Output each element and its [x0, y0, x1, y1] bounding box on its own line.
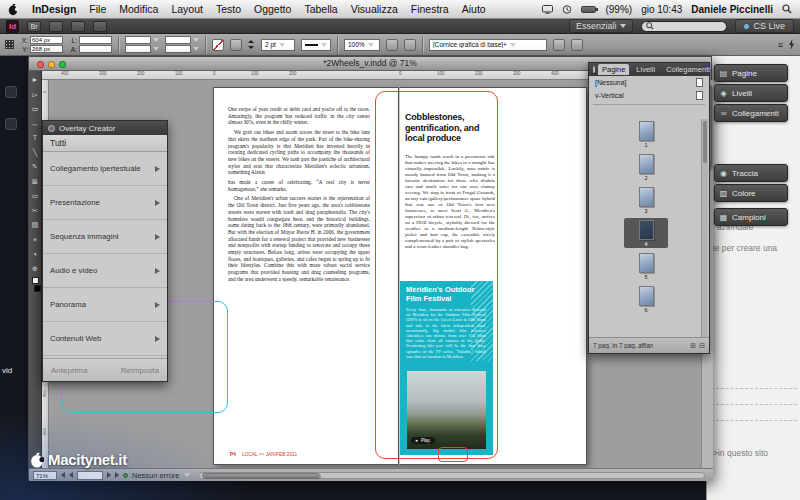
y-position-field[interactable]: 268 px: [30, 45, 63, 53]
scale-y-field[interactable]: [125, 45, 151, 53]
shear-field[interactable]: [165, 45, 191, 53]
desktop-icon[interactable]: [5, 118, 17, 130]
menu-item-testo[interactable]: Testo: [216, 3, 241, 15]
spread-left-page[interactable]: One swipe of your credit or debit card a…: [213, 87, 399, 465]
chevron-down-icon[interactable]: [193, 38, 199, 42]
next-page-arrow[interactable]: [107, 472, 111, 478]
battery-icon[interactable]: [581, 6, 596, 13]
preflight-status[interactable]: Nessun errore: [132, 471, 180, 480]
scrollbar-thumb[interactable]: [703, 121, 707, 163]
desktop-icon[interactable]: [5, 86, 17, 98]
pen-tool-icon[interactable]: ✎: [30, 161, 41, 172]
dock-button-campioni[interactable]: ▦Campioni: [714, 208, 788, 226]
previous-page-arrow[interactable]: [69, 472, 73, 478]
display-status-icon[interactable]: [542, 5, 553, 14]
red-object-frame[interactable]: [375, 91, 498, 459]
frame-tool-icon[interactable]: ⊠: [30, 176, 41, 187]
scale-x-field[interactable]: [125, 36, 151, 44]
close-button[interactable]: [37, 61, 44, 68]
menu-item-layout[interactable]: Layout: [171, 3, 203, 15]
chevron-down-icon[interactable]: [153, 47, 159, 51]
cs-live-button[interactable]: CS Live: [735, 19, 794, 33]
screen-mode-icon[interactable]: [71, 21, 85, 32]
dock-button-traccia[interactable]: ◉Traccia: [714, 164, 788, 182]
preview-button[interactable]: Anteprima: [51, 366, 87, 375]
rectangle-tool-icon[interactable]: ▭: [30, 190, 41, 201]
page-thumbnail-2[interactable]: 2: [624, 152, 668, 182]
menu-item-tabella[interactable]: Tabella: [304, 3, 337, 15]
height-field[interactable]: [79, 45, 112, 53]
dock-button-pagine[interactable]: ▤Pagine: [714, 64, 788, 82]
overlay-item-panorama[interactable]: Panorama: [43, 288, 167, 322]
page-thumbnail-3[interactable]: 3: [624, 185, 668, 215]
eyedropper-tool-icon[interactable]: ⌖: [30, 234, 41, 245]
view-options-icon[interactable]: [49, 21, 63, 32]
new-page-button[interactable]: ⊞: [690, 342, 696, 350]
direct-selection-tool-icon[interactable]: ▻: [30, 89, 41, 100]
overlay-item-image-sequence[interactable]: Sequenza immagini: [43, 220, 167, 254]
menu-item-file[interactable]: File: [89, 3, 106, 15]
tab-livelli[interactable]: Livelli: [632, 64, 659, 75]
tab-pagine[interactable]: Pagine: [598, 64, 629, 75]
reset-button[interactable]: Reimposta: [121, 366, 159, 375]
spotlight-icon[interactable]: [782, 4, 792, 14]
zoom-button[interactable]: [59, 61, 66, 68]
delete-page-button[interactable]: ⊟: [699, 342, 705, 350]
menu-item-indesign[interactable]: InDesign: [32, 3, 76, 15]
overlay-item-hyperlink[interactable]: Collegamento ipertestuale: [43, 152, 167, 186]
stroke-swatch[interactable]: [230, 39, 242, 51]
overlay-panel-header[interactable]: Overlay Creator: [43, 121, 167, 135]
type-tool-icon[interactable]: T: [30, 132, 41, 143]
chevron-down-icon[interactable]: [184, 473, 190, 477]
reference-point-proxy[interactable]: [5, 40, 14, 49]
menu-clock[interactable]: gio 10:43: [641, 4, 682, 15]
overlay-item-slideshow[interactable]: Presentazione: [43, 186, 167, 220]
red-small-frame[interactable]: [438, 447, 468, 462]
left-page-text-frame[interactable]: One swipe of your credit or debit card a…: [228, 106, 370, 406]
hand-tool-icon[interactable]: ◖: [30, 248, 41, 259]
menu-user[interactable]: Daniele Piccinelli: [691, 4, 773, 15]
menu-item-finestra[interactable]: Finestra: [411, 3, 449, 15]
opacity-dropdown[interactable]: 100%: [344, 39, 380, 51]
dock-button-collegamenti[interactable]: ∞Collegamenti: [714, 104, 788, 122]
menu-item-visualizza[interactable]: Visualizza: [351, 3, 398, 15]
fitting-button[interactable]: [571, 39, 583, 51]
apple-menu-icon[interactable]: [8, 3, 19, 16]
master-page-none[interactable]: [Nessuna]: [589, 76, 709, 89]
zoom-tool-icon[interactable]: ⊕: [30, 263, 41, 274]
chevron-down-icon[interactable]: [153, 38, 159, 42]
last-page-arrow[interactable]: [115, 472, 119, 478]
stroke-weight-dropdown[interactable]: 2 pt: [261, 39, 295, 51]
bridge-icon[interactable]: Br: [27, 21, 41, 32]
page-thumbnail-1[interactable]: 1: [624, 119, 668, 149]
drop-shadow-button[interactable]: [404, 39, 416, 51]
panel-menu-icon[interactable]: ≡: [778, 40, 783, 50]
menu-item-aiuto[interactable]: Aiuto: [462, 3, 486, 15]
x-position-field[interactable]: 604 px: [30, 36, 63, 44]
fill-swatch[interactable]: [212, 39, 224, 51]
arrange-documents-icon[interactable]: [93, 21, 107, 32]
time-machine-status-icon[interactable]: [562, 5, 572, 14]
menu-item-oggetto[interactable]: Oggetto: [254, 3, 291, 15]
fill-color-swatch[interactable]: [32, 277, 39, 284]
object-style-dropdown[interactable]: [Cornice grafica di base]+: [429, 39, 547, 51]
overlay-item-web-content[interactable]: Contenuti Web: [43, 322, 167, 356]
horizontal-scrollbar[interactable]: [198, 472, 705, 479]
panel-scrollbar[interactable]: [701, 119, 708, 337]
master-page-vertical[interactable]: v-Vertical: [589, 89, 709, 102]
rotation-field[interactable]: [165, 36, 191, 44]
scrollbar-thumb[interactable]: [202, 473, 320, 478]
overlay-filter-all[interactable]: Tutti: [43, 135, 167, 152]
tab-collegamenti[interactable]: Collegamenti: [662, 64, 714, 75]
effects-button[interactable]: [386, 39, 398, 51]
dock-button-livelli[interactable]: ◈Livelli: [714, 84, 788, 102]
width-field[interactable]: [79, 36, 112, 44]
first-page-arrow[interactable]: [61, 472, 65, 478]
page-number-field[interactable]: [77, 471, 103, 480]
page-thumbnail-4[interactable]: 4: [624, 218, 668, 248]
quick-apply-lightning-icon[interactable]: [788, 39, 795, 50]
page-thumbnail-6[interactable]: 6: [624, 284, 668, 314]
zoom-level-field[interactable]: 71%: [33, 471, 57, 480]
minimize-button[interactable]: [48, 61, 55, 68]
selection-tool-icon[interactable]: ►: [30, 74, 41, 85]
